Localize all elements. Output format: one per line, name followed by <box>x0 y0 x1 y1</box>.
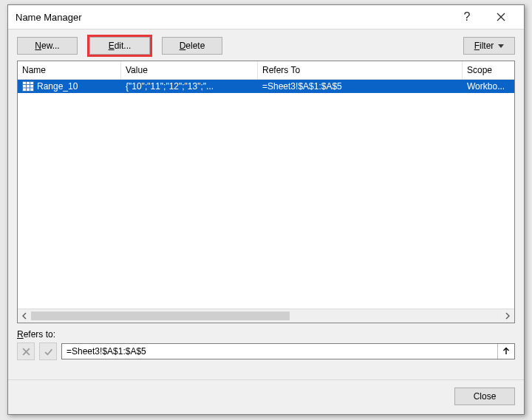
close-window-button[interactable] <box>484 5 518 29</box>
x-icon <box>21 347 31 357</box>
svg-rect-2 <box>23 82 34 92</box>
column-header-scope[interactable]: Scope <box>463 61 514 79</box>
table-row[interactable]: Range_10 {"10";"11";"12";"13";"... =Shee… <box>18 80 514 93</box>
named-range-icon <box>22 81 34 92</box>
column-header-value[interactable]: Value <box>121 61 258 79</box>
edit-button[interactable]: Edit... <box>89 37 150 55</box>
new-button[interactable]: New... <box>17 37 78 55</box>
delete-button-key: D <box>180 41 186 51</box>
row-refers: =Sheet3!$A$1:$A$5 <box>258 80 463 93</box>
delete-button[interactable]: Delete <box>162 37 222 55</box>
filter-button-key: F <box>474 41 480 51</box>
new-button-key: N <box>35 41 41 51</box>
dialog-footer: Close <box>8 379 524 414</box>
scrollbar-track[interactable] <box>31 311 501 320</box>
horizontal-scrollbar[interactable] <box>18 309 514 323</box>
name-manager-dialog: Name Manager ? New... Edit... Delete Fil… <box>7 4 525 415</box>
check-icon <box>44 347 53 357</box>
close-button[interactable]: Close <box>454 388 515 405</box>
help-button[interactable]: ? <box>450 5 484 29</box>
list-body[interactable]: Range_10 {"10";"11";"12";"13";"... =Shee… <box>18 80 514 309</box>
list-header[interactable]: Name Value Refers To Scope <box>18 61 514 80</box>
filter-button[interactable]: Filter <box>463 37 515 55</box>
refers-to-input[interactable] <box>62 344 497 359</box>
refers-to-section: Refers to: <box>8 328 524 368</box>
close-icon <box>497 13 505 21</box>
commit-edit-button[interactable] <box>39 342 57 360</box>
refers-to-label: Refers to: <box>17 329 515 340</box>
column-header-refers[interactable]: Refers To <box>258 61 463 79</box>
names-list: Name Value Refers To Scope Range_10 {"10… <box>17 61 515 323</box>
column-header-name[interactable]: Name <box>18 61 121 79</box>
row-scope: Workbo... <box>463 80 514 93</box>
range-picker-button[interactable] <box>497 344 514 359</box>
scroll-right-icon[interactable] <box>501 309 514 323</box>
toolbar: New... Edit... Delete Filter <box>8 30 524 61</box>
scrollbar-thumb[interactable] <box>31 311 290 320</box>
cancel-edit-button[interactable] <box>17 342 35 360</box>
chevron-down-icon <box>498 44 504 48</box>
row-value: {"10";"11";"12";"13";"... <box>121 80 258 93</box>
titlebar: Name Manager ? <box>8 5 524 30</box>
edit-button-key: E <box>109 41 115 51</box>
dialog-title: Name Manager <box>16 12 450 23</box>
collapse-dialog-icon <box>502 347 511 356</box>
refers-to-input-group <box>61 343 515 359</box>
row-name: Range_10 <box>37 81 78 92</box>
scroll-left-icon[interactable] <box>18 309 31 323</box>
